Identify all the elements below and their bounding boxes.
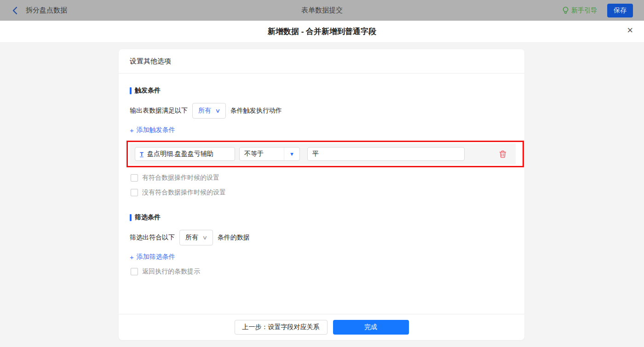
trigger-section-title: 触发条件: [130, 86, 514, 95]
filter-section-title: 筛选条件: [130, 213, 514, 222]
section-marker-bar: [130, 214, 132, 221]
previous-step-button[interactable]: 上一步：设置字段对应关系: [235, 320, 328, 335]
chevron-down-icon: ∨: [215, 108, 220, 114]
filter-match-sentence: 筛选出符合以下 所有 ∨ 条件的数据: [130, 230, 514, 245]
options-card: 设置其他选项 触发条件 输出表数据满足以下 所有 ∨ 条件触发执行动作: [119, 49, 524, 340]
card-header: 设置其他选项: [119, 49, 524, 74]
beginner-guide-link[interactable]: 新手引导: [562, 6, 597, 15]
filter-match-select-value: 所有: [185, 233, 198, 242]
has-matching-data-option: 有符合数据操作时候的设置: [131, 174, 514, 182]
trigger-match-select-value: 所有: [198, 107, 211, 115]
has-matching-data-label: 有符合数据操作时候的设置: [142, 174, 219, 182]
return-count-checkbox[interactable]: [131, 268, 138, 275]
back-page-title[interactable]: 拆分盘点数据: [26, 6, 67, 15]
trigger-sentence-suffix: 条件触发执行动作: [230, 107, 282, 115]
modal-dialog: 新增数据 - 合并新增到普通字段 × 设置其他选项 触发条件 输出表数据满足以下…: [0, 21, 644, 347]
modal-body: 设置其他选项 触发条件 输出表数据满足以下 所有 ∨ 条件触发执行动作: [0, 43, 644, 347]
plus-icon: +: [130, 253, 134, 261]
trigger-match-sentence: 输出表数据满足以下 所有 ∨ 条件触发执行动作: [130, 103, 514, 119]
close-icon[interactable]: ×: [627, 25, 633, 35]
add-filter-condition-label: 添加筛选条件: [137, 253, 175, 261]
text-field-type-icon: T: [140, 151, 144, 157]
condition-field-input[interactable]: T 盘点明细.盘盈盘亏辅助: [135, 147, 235, 161]
has-matching-data-checkbox[interactable]: [131, 174, 138, 182]
condition-operator-select[interactable]: 不等于 ▼: [239, 147, 300, 161]
top-navigation-bar: 拆分盘点数据 表单数据提交 新手引导 保存: [0, 0, 644, 21]
condition-value-input[interactable]: 平: [307, 147, 465, 161]
return-count-label: 返回执行的条数提示: [142, 267, 200, 276]
filter-sentence-prefix: 筛选出符合以下: [130, 233, 175, 242]
return-count-option: 返回执行的条数提示: [131, 267, 514, 276]
trigger-match-select[interactable]: 所有 ∨: [192, 103, 226, 119]
highlight-annotation-box: T 盘点明细.盘盈盘亏辅助 不等于 ▼ 平: [126, 141, 524, 167]
plus-icon: +: [130, 126, 134, 134]
add-trigger-condition-link[interactable]: + 添加触发条件: [130, 126, 175, 134]
save-button[interactable]: 保存: [607, 4, 633, 17]
add-trigger-condition-label: 添加触发条件: [137, 126, 175, 134]
filter-match-select[interactable]: 所有 ∨: [179, 230, 213, 245]
beginner-guide-label: 新手引导: [571, 6, 597, 15]
condition-field-value: 盘点明细.盘盈盘亏辅助: [147, 150, 213, 158]
chevron-down-icon: ∨: [202, 234, 207, 241]
caret-down-icon: ▼: [284, 148, 299, 160]
no-matching-data-label: 没有符合数据操作时候的设置: [142, 188, 226, 197]
card-footer: 上一步：设置字段对应关系 完成: [119, 314, 524, 340]
card-header-label: 设置其他选项: [130, 57, 171, 66]
card-content: 触发条件 输出表数据满足以下 所有 ∨ 条件触发执行动作 + 添加触发条件: [119, 74, 524, 314]
trigger-condition-row: T 盘点明细.盘盈盘亏辅助 不等于 ▼ 平: [129, 143, 516, 165]
no-matching-data-checkbox[interactable]: [131, 189, 138, 196]
condition-operator-value: 不等于: [240, 150, 284, 158]
no-matching-data-option: 没有符合数据操作时候的设置: [131, 188, 514, 197]
modal-title: 新增数据 - 合并新增到普通字段: [268, 26, 376, 37]
back-chevron-icon[interactable]: [11, 6, 19, 15]
section-marker-bar: [130, 87, 132, 94]
trigger-sentence-prefix: 输出表数据满足以下: [130, 107, 188, 115]
app-title: 表单数据提交: [0, 6, 644, 15]
done-button[interactable]: 完成: [333, 320, 409, 335]
lightbulb-icon: [562, 6, 569, 14]
modal-header: 新增数据 - 合并新增到普通字段 ×: [0, 21, 644, 43]
filter-sentence-suffix: 条件的数据: [218, 233, 250, 242]
add-filter-condition-link[interactable]: + 添加筛选条件: [130, 253, 175, 261]
delete-condition-trash-icon[interactable]: [499, 150, 506, 158]
